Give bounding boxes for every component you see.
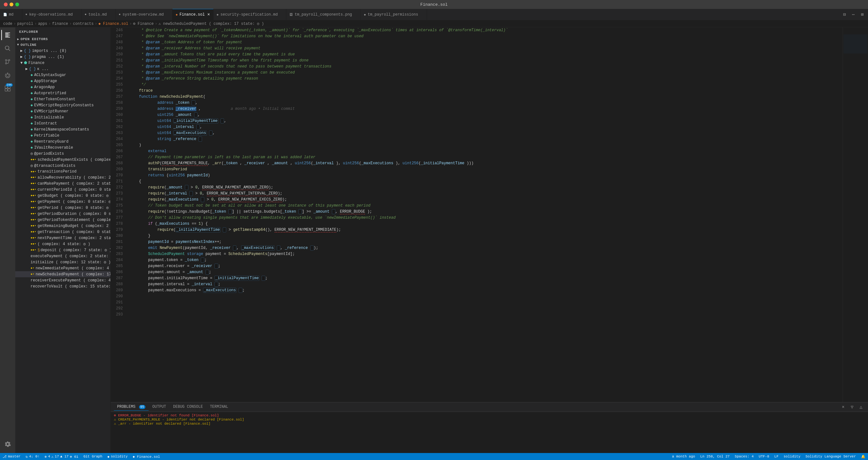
outline-iscontract[interactable]: ◆ IsContract bbox=[15, 120, 111, 126]
outline-ivault[interactable]: ◆ IVaultRecoverable bbox=[15, 145, 111, 150]
outline-complex4[interactable]: ●●• ( complex: 4 state: ◎ ) bbox=[15, 241, 111, 247]
activity-debug[interactable] bbox=[1, 69, 14, 82]
split-editor-button[interactable]: ⊟ bbox=[841, 11, 848, 19]
minimize-button[interactable] bbox=[9, 3, 13, 6]
outline-kappa[interactable]: ▶ { } κ ... bbox=[15, 66, 111, 72]
outline-section[interactable]: ▶ OUTLINE bbox=[15, 42, 111, 48]
panel-close-button[interactable]: × bbox=[839, 403, 847, 411]
status-spaces[interactable]: Spaces: 4 bbox=[732, 455, 756, 458]
outline-aragonapp[interactable]: ◆ AragonApp bbox=[15, 84, 111, 90]
tab-problems[interactable]: PROBLEMS 95 bbox=[114, 403, 149, 411]
minimap bbox=[842, 27, 868, 402]
outline-transaction-exists[interactable]: ◎ @transactionExists bbox=[15, 163, 111, 169]
close-button[interactable] bbox=[4, 3, 8, 6]
status-branch[interactable]: ⎇ master bbox=[0, 455, 23, 459]
line-257: function newScheduledPayment( bbox=[130, 94, 839, 100]
tab-key-observations[interactable]: ● key-observations.md × bbox=[22, 9, 82, 20]
outline-initializable[interactable]: ◆ Initializable bbox=[15, 114, 111, 120]
bc-function[interactable]: ⚠ newScheduledPayment ( complex: 17 stat… bbox=[158, 21, 264, 26]
outline-get-budget[interactable]: ●●• getBudget ( complex: 0 state: ◎ ) bbox=[15, 193, 111, 199]
bc-payroll[interactable]: payroll bbox=[17, 22, 33, 26]
tab-finance[interactable]: ◆ Finance.sol × bbox=[173, 9, 214, 20]
line-251: * @param _initialPaymentTime Timestamp f… bbox=[130, 58, 839, 64]
activity-explorer[interactable] bbox=[1, 29, 14, 41]
outline-period-exists[interactable]: ◎ @periodExists bbox=[15, 150, 111, 156]
outline-petrifiable[interactable]: ◆ Petrifiable bbox=[15, 133, 111, 139]
outline-get-payment[interactable]: ●●• getPayment ( complex: 0 state: ◎ ) bbox=[15, 199, 111, 205]
tab-system-overview[interactable]: ● system-overview.md × bbox=[116, 9, 173, 20]
panel-maximize-button[interactable]: △ bbox=[857, 403, 865, 411]
outline-reentrancy[interactable]: ◆ ReentrancyGuard bbox=[15, 139, 111, 145]
status-file-badge[interactable]: ◆ Finance.sol bbox=[130, 455, 163, 459]
bc-code[interactable]: code bbox=[3, 22, 12, 26]
outline-execute-payment[interactable]: executePayment ( complex: 2 state: ◎ ) bbox=[15, 253, 111, 259]
outline-get-period-duration[interactable]: ●●• getPeriodDuration ( complex: 0 state… bbox=[15, 211, 111, 217]
status-line-ending[interactable]: LF bbox=[772, 455, 781, 458]
outline-deposit[interactable]: ●●• § deposit ( complex: 7 state: ◎ ) bbox=[15, 247, 111, 253]
outline-get-remaining[interactable]: ●●• getRemainingBudget ( complex: 2 stat… bbox=[15, 223, 111, 229]
line-254: * @param _reference String detailing pay… bbox=[130, 76, 839, 82]
tab-output[interactable]: OUTPUT bbox=[149, 403, 169, 411]
outline-imports[interactable]: ▶ { } imports ... (8) bbox=[15, 48, 111, 54]
activity-extensions[interactable]: 296 bbox=[1, 82, 14, 95]
tab-tm-perm[interactable]: ◆ tm_payroll_permissions × bbox=[361, 9, 427, 20]
outline-recover-vault[interactable]: recoverToVault ( complex: 15 state: ◎ ) bbox=[15, 283, 111, 289]
tab-terminal[interactable]: TERMINAL bbox=[207, 403, 231, 411]
tab-icon-security: ◆ bbox=[217, 13, 219, 17]
more-actions-button[interactable]: ⋯ bbox=[849, 11, 857, 19]
open-editors-section[interactable]: ▶ OPEN EDITORS bbox=[15, 36, 111, 42]
status-language[interactable]: solidity bbox=[781, 455, 803, 458]
outline-new-scheduled[interactable]: ●• newScheduledPayment ( complex: 17 sta… bbox=[15, 271, 111, 277]
tab-tools[interactable]: ● tools.md × bbox=[82, 9, 116, 20]
bc-apps[interactable]: apps bbox=[38, 22, 48, 26]
status-sync[interactable]: ↻ 4↓ 0↑ bbox=[23, 455, 42, 459]
bc-file[interactable]: ◆ Finance.sol bbox=[98, 21, 128, 26]
panel-minimize-button[interactable]: ▽ bbox=[848, 403, 856, 411]
tab-security[interactable]: ◆ security-specification.md × bbox=[214, 9, 286, 20]
outline-new-immediate[interactable]: ●• newImmediatePayment ( complex: 4 stat… bbox=[15, 265, 111, 271]
outline-evmscriptreg[interactable]: ◆ EVMScriptRegistryConstants bbox=[15, 102, 111, 108]
outline-scheduled-payment-exists[interactable]: ●●• scheduledPaymentExists ( complex: 2 … bbox=[15, 156, 111, 163]
outline-appstorage[interactable]: ◆ AppStorage bbox=[15, 78, 111, 84]
outline-finance[interactable]: ▼ ⬟ Finance bbox=[15, 60, 111, 66]
status-notifications[interactable]: 🔔 bbox=[859, 455, 868, 459]
outline-get-transaction[interactable]: ●●• getTransaction ( complex: 0 state: ◎… bbox=[15, 229, 111, 235]
tab-close-finance[interactable]: × bbox=[207, 12, 210, 17]
bc-class[interactable]: ⚙ Finance bbox=[133, 21, 154, 26]
bc-finance-dir[interactable]: finance bbox=[52, 22, 68, 26]
code-editor[interactable]: * @notice Create a new payment of `_toke… bbox=[127, 27, 842, 402]
tab-tm-comp[interactable]: 🖼 tm_payroll_components.png × bbox=[286, 9, 361, 20]
activity-git[interactable] bbox=[1, 55, 14, 68]
outline-acl[interactable]: ◆ ACLSyntaxSugar bbox=[15, 72, 111, 78]
sidebar-content: ▶ OPEN EDITORS ▶ OUTLINE ▶ { } imports .… bbox=[15, 36, 111, 453]
outline-transitions-period[interactable]: ●●• transitionsPeriod bbox=[15, 169, 111, 174]
outline-can-make-payment[interactable]: ●●• canMakePayment ( complex: 2 state: ◎… bbox=[15, 180, 111, 186]
outline-allow-recoverability[interactable]: ●●• allowRecoverability ( complex: 2 sta… bbox=[15, 174, 111, 180]
status-errors[interactable]: ⊗ 4 ⚠ 17 ▲ 17 ⊕ 61 bbox=[42, 455, 81, 459]
svg-rect-9 bbox=[8, 89, 10, 91]
outline-evmscriptrunner[interactable]: ◆ EVMScriptRunner bbox=[15, 108, 111, 114]
activity-search[interactable] bbox=[1, 42, 14, 55]
tab-md[interactable]: 📄 md × bbox=[0, 9, 22, 20]
status-solidity-server[interactable]: Solidity Language Server bbox=[803, 455, 859, 458]
outline-receiver-execute[interactable]: receiverExecutePayment ( complex: 4 stat… bbox=[15, 277, 111, 283]
outline-current-period[interactable]: ●●• currentPeriodId ( complex: 0 state: … bbox=[15, 186, 111, 193]
line-290: payment.amount = _amount ; bbox=[130, 269, 839, 276]
outline-pragma[interactable]: ▶ { } pragma ... (1) bbox=[15, 54, 111, 60]
outline-ethertoken[interactable]: ◆ EtherTokenConstant bbox=[15, 96, 111, 102]
status-solidity-ext[interactable]: ◆ solidity bbox=[105, 455, 130, 459]
bc-contracts[interactable]: contracts bbox=[73, 22, 94, 26]
outline-next-payment-time[interactable]: ●●• nextPaymentTime ( complex: 2 state: … bbox=[15, 235, 111, 241]
status-encoding[interactable]: UTF-8 bbox=[756, 455, 772, 458]
status-git-graph[interactable]: Git Graph bbox=[81, 455, 105, 458]
activity-settings[interactable] bbox=[1, 438, 14, 451]
maximize-button[interactable] bbox=[15, 3, 19, 6]
status-position[interactable]: Ln 258, Col 27 bbox=[698, 455, 732, 458]
outline-kernel[interactable]: ◆ KernelNamespaceConstants bbox=[15, 126, 111, 133]
outline-autopretrified[interactable]: ◆ Autopretrified bbox=[15, 90, 111, 96]
outline-get-period-token[interactable]: ●●• getPeriodTokenStatement ( complex: 7… bbox=[15, 217, 111, 223]
outline-initialize[interactable]: initialize ( complex: 12 state: ◎ ) bbox=[15, 259, 111, 265]
layout-button[interactable]: ⊞ bbox=[859, 11, 866, 19]
outline-get-period[interactable]: ●●• getPeriod ( complex: 0 state: ◎ ) bbox=[15, 205, 111, 211]
tab-debug-console[interactable]: DEBUG CONSOLE bbox=[170, 403, 206, 411]
